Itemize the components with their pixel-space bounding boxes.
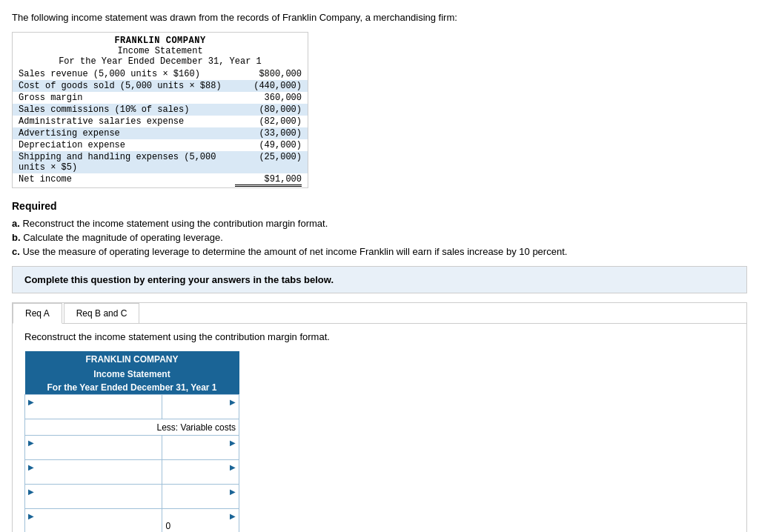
is-row-label: Depreciation expense [19, 140, 235, 150]
income-statement-box: FRANKLIN COMPANY Income Statement For th… [12, 32, 308, 188]
form-row-value-cell[interactable]: ▶ [162, 509, 239, 533]
arrow-icon: ▶ [28, 512, 34, 520]
form-row: ▶▶ [25, 509, 239, 533]
form-table: FRANKLIN COMPANY Income Statement For th… [24, 351, 239, 532]
is-row: Gross margin360,000 [13, 92, 308, 104]
form-row: ▶▶ [25, 485, 239, 509]
form-row: ▶▶ [25, 395, 239, 419]
company-name: FRANKLIN COMPANY [19, 36, 302, 46]
is-row: Sales revenue (5,000 units × $160)$800,0… [13, 68, 308, 80]
is-title: Income Statement [19, 46, 302, 56]
required-title: Required [12, 200, 747, 212]
arrow-icon: ▶ [28, 439, 34, 447]
complete-box: Complete this question by entering your … [12, 266, 747, 293]
form-period: For the Year Ended December 31, Year 1 [25, 381, 239, 395]
is-row-label: Cost of goods sold (5,000 units × $88) [19, 81, 235, 91]
arrow-icon: ▶ [230, 398, 236, 406]
form-table-company-row: FRANKLIN COMPANY [25, 351, 239, 368]
is-row: Advertising expense(33,000) [13, 127, 308, 139]
req-item-key: b. [12, 232, 21, 243]
is-row-amount: (82,000) [235, 116, 302, 127]
req-items: a. Reconstruct the income statement usin… [12, 218, 747, 257]
is-row-amount: $91,000 [235, 174, 302, 187]
is-row-amount: (33,000) [235, 128, 302, 139]
form-label-input[interactable] [28, 448, 159, 458]
arrow-icon: ▶ [230, 512, 236, 520]
is-period: For the Year Ended December 31, Year 1 [19, 56, 302, 67]
is-row-label: Sales commissions (10% of sales) [19, 104, 235, 115]
form-row-label-cell: Less: Variable costs [25, 419, 239, 436]
form-value-input[interactable] [165, 496, 236, 507]
form-row-label-cell: ▶ [25, 460, 162, 485]
form-value-input[interactable] [165, 407, 236, 417]
tab-instruction: Reconstruct the income statement using t… [24, 331, 735, 342]
form-table-title-row: Income Statement [25, 368, 239, 381]
form-label-input[interactable] [28, 496, 159, 507]
is-row: Depreciation expense(49,000) [13, 139, 308, 151]
is-row-label: Net income [19, 174, 235, 187]
is-row-amount: (80,000) [235, 104, 302, 115]
is-row-label: Administrative salaries expense [19, 116, 235, 127]
is-row: Cost of goods sold (5,000 units × $88)(4… [13, 80, 308, 92]
form-value-input[interactable] [165, 521, 236, 531]
arrow-icon: ▶ [230, 488, 236, 496]
form-tbody: ▶▶Less: Variable costs▶▶▶▶▶▶▶▶Less: Fixe… [25, 395, 239, 533]
is-row: Sales commissions (10% of sales)(80,000) [13, 104, 308, 116]
form-value-input[interactable] [165, 448, 236, 458]
is-row-amount: (25,000) [235, 152, 302, 173]
form-label-input[interactable] [28, 472, 159, 482]
tabs-container: Req AReq B and C Reconstruct the income … [12, 302, 747, 532]
form-value-input[interactable] [165, 472, 236, 482]
is-row: Shipping and handling expenses (5,000 un… [13, 151, 308, 173]
arrow-icon: ▶ [230, 463, 236, 471]
arrow-icon: ▶ [28, 488, 34, 496]
form-row-label-cell: ▶ [25, 395, 162, 419]
is-row: Net income$91,000 [13, 173, 308, 187]
req-item: c. Use the measure of operating leverage… [12, 246, 747, 257]
form-row: Less: Variable costs [25, 419, 239, 436]
is-row-amount: 360,000 [235, 93, 302, 103]
form-row-value-cell[interactable]: ▶ [162, 460, 239, 485]
is-row-label: Shipping and handling expenses (5,000 un… [19, 152, 235, 173]
req-item: b. Calculate the magnitude of operating … [12, 232, 747, 243]
tabs-list: Req AReq B and C [13, 303, 141, 323]
form-title: Income Statement [25, 368, 239, 381]
form-row-label-cell: ▶ [25, 485, 162, 509]
req-item-key: c. [12, 246, 20, 257]
form-company: FRANKLIN COMPANY [25, 351, 239, 368]
is-row-label: Gross margin [19, 93, 235, 103]
arrow-icon: ▶ [230, 439, 236, 447]
is-row-label: Sales revenue (5,000 units × $160) [19, 69, 235, 79]
is-row: Administrative salaries expense(82,000) [13, 116, 308, 127]
form-label-input[interactable] [28, 407, 159, 417]
arrow-icon: ▶ [28, 398, 34, 406]
form-row-value-cell[interactable]: ▶ [162, 395, 239, 419]
req-item: a. Reconstruct the income statement usin… [12, 218, 747, 229]
arrow-icon: ▶ [28, 463, 34, 471]
form-table-period-row: For the Year Ended December 31, Year 1 [25, 381, 239, 395]
is-row-amount: (440,000) [235, 81, 302, 91]
is-header: FRANKLIN COMPANY Income Statement For th… [13, 33, 308, 68]
tab-content: Reconstruct the income statement using t… [13, 324, 746, 532]
intro-text: The following income statement was drawn… [12, 12, 747, 23]
form-label-input[interactable] [28, 521, 159, 531]
tab-req-b-and-c[interactable]: Req B and C [64, 303, 140, 323]
form-row: ▶▶ [25, 460, 239, 485]
form-row-label-cell: ▶ [25, 509, 162, 533]
form-row-value-cell[interactable]: ▶ [162, 485, 239, 509]
form-row-value-cell[interactable]: ▶ [162, 436, 239, 460]
form-row: ▶▶ [25, 436, 239, 460]
required-section: Required a. Reconstruct the income state… [12, 200, 747, 257]
is-row-amount: (49,000) [235, 140, 302, 150]
is-rows: Sales revenue (5,000 units × $160)$800,0… [13, 68, 308, 187]
is-row-label: Advertising expense [19, 128, 235, 139]
is-row-amount: $800,000 [235, 69, 302, 79]
tabs-header: Req AReq B and C [13, 303, 746, 324]
req-item-key: a. [12, 218, 20, 229]
form-row-label-cell: ▶ [25, 436, 162, 460]
tab-req-a[interactable]: Req A [13, 303, 62, 324]
